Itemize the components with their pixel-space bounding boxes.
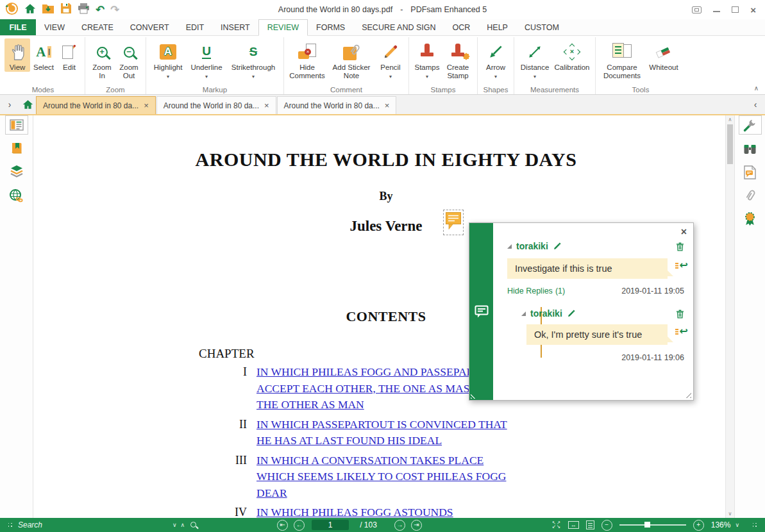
dropdown-arrow-icon[interactable]	[252, 72, 255, 78]
zoom-in-button[interactable]: + Zoom In	[88, 38, 115, 80]
dropdown-arrow-icon[interactable]	[494, 72, 497, 78]
web-links-panel-icon[interactable]	[5, 186, 28, 205]
reply-icon[interactable]	[680, 326, 688, 337]
document-tab[interactable]: Around the World in 80 da...	[277, 96, 397, 114]
hide-replies-link[interactable]: Hide Replies(1)	[507, 287, 565, 295]
vertical-scrollbar[interactable]	[725, 115, 734, 518]
close-popup-icon[interactable]	[681, 227, 687, 237]
search-icon[interactable]	[190, 522, 196, 528]
calibration-button[interactable]: × Calibration	[552, 38, 592, 72]
pencil-button[interactable]: Pencil	[376, 38, 405, 78]
toc-link[interactable]: IN WHICH A CONVERSATION TAKES PLACE	[256, 453, 506, 469]
last-page-button[interactable]: ⇥	[411, 520, 422, 531]
comment-text-bubble[interactable]: Investigate if this is true	[507, 258, 668, 279]
scroll-up-icon[interactable]	[726, 117, 734, 122]
zoom-in-button[interactable]: +	[693, 520, 704, 531]
close-tab-icon[interactable]	[385, 101, 390, 110]
zoom-level[interactable]: 136%	[711, 520, 731, 529]
search-next-icon[interactable]: ∧	[181, 522, 185, 528]
close-tab-icon[interactable]	[144, 101, 149, 110]
resize-handle[interactable]	[685, 392, 691, 398]
arrow-button[interactable]: Arrow	[481, 38, 510, 78]
previous-page-button[interactable]: ←	[294, 520, 305, 531]
edit-reply-icon[interactable]	[567, 309, 576, 318]
comment-popup[interactable]: torakiki Investigate if this is true Hid…	[469, 222, 694, 401]
search-prev-icon[interactable]: ∨	[172, 522, 177, 528]
fullscreen-toggle-icon[interactable]	[692, 6, 702, 13]
dropdown-arrow-icon[interactable]	[389, 72, 392, 78]
page-number-input[interactable]	[312, 520, 349, 530]
import-icon[interactable]	[42, 3, 55, 17]
create-stamp-button[interactable]: Create Stamp	[442, 38, 474, 80]
menu-tab-review[interactable]: REVIEW	[258, 19, 308, 36]
view-mode-button[interactable]: View	[4, 38, 30, 72]
right-panel-expand-icon[interactable]	[746, 95, 765, 114]
left-panel-expand-icon[interactable]	[0, 95, 19, 114]
next-page-button[interactable]: →	[394, 520, 405, 531]
strikethrough-button[interactable]: S Strikethrough	[226, 38, 280, 78]
menu-tab-help[interactable]: HELP	[478, 19, 516, 35]
comments-panel-icon[interactable]	[739, 163, 762, 182]
signatures-panel-icon[interactable]	[739, 209, 762, 228]
toc-link[interactable]: IN WHICH PHILEAS FOGG ASTOUNDS	[256, 504, 453, 518]
first-page-button[interactable]: ⇤	[277, 520, 288, 531]
menu-tab-convert[interactable]: CONVERT	[122, 19, 178, 35]
zoom-out-button[interactable]: −	[601, 520, 612, 531]
hide-comments-button[interactable]: Hide Comments	[287, 38, 327, 80]
print-icon[interactable]	[78, 3, 90, 17]
undo-icon[interactable]	[96, 3, 105, 17]
menu-tab-ocr[interactable]: OCR	[444, 19, 479, 35]
menu-tab-view[interactable]: VIEW	[36, 19, 73, 35]
zoom-slider[interactable]	[619, 524, 686, 526]
home-icon[interactable]	[24, 3, 36, 17]
close-window-button[interactable]	[750, 5, 756, 15]
save-icon[interactable]	[60, 3, 72, 17]
maximize-button[interactable]	[732, 6, 739, 13]
toc-link[interactable]: DEAR	[256, 485, 506, 502]
page-thumbnails-panel-icon[interactable]	[5, 115, 28, 135]
tools-panel-icon[interactable]	[739, 115, 762, 135]
dropdown-arrow-icon[interactable]	[426, 72, 428, 78]
search-input[interactable]	[17, 520, 171, 530]
collapse-triangle-icon[interactable]	[521, 312, 526, 316]
minimize-button[interactable]	[713, 11, 720, 12]
toolbar-grip[interactable]	[752, 522, 757, 528]
dropdown-arrow-icon[interactable]	[167, 72, 169, 78]
zoom-out-button[interactable]: − Zoom Out	[115, 38, 142, 80]
highlight-button[interactable]: A Highlight	[149, 38, 187, 78]
stamps-button[interactable]: Stamps	[412, 38, 442, 78]
whiteout-button[interactable]: Whiteout	[645, 38, 682, 72]
dropdown-arrow-icon[interactable]	[534, 72, 536, 78]
menu-tab-insert[interactable]: INSERT	[212, 19, 258, 35]
document-viewport[interactable]: AROUND THE WORLD IN EIGHTY DAYS By Jules…	[33, 115, 734, 518]
ribbon-collapse-button[interactable]	[754, 85, 759, 92]
edit-mode-button[interactable]: Edit	[57, 38, 81, 72]
zoom-level-dropdown-icon[interactable]: ∨	[735, 522, 739, 528]
document-tab[interactable]: Around the World in 80 da...	[156, 96, 276, 114]
redo-icon[interactable]	[110, 3, 119, 17]
menu-tab-file[interactable]: FILE	[0, 19, 36, 35]
toc-link[interactable]: ACCEPT EACH OTHER, THE ONE AS MASTER,	[256, 381, 503, 397]
dropdown-arrow-icon[interactable]	[205, 72, 208, 78]
toc-link[interactable]: IN WHICH PASSEPARTOUT IS CONVINCED THAT	[256, 417, 507, 433]
fullscreen-icon[interactable]: ↖↗↙↘	[552, 521, 561, 529]
document-tab[interactable]: Around the World in 80 da...	[36, 96, 156, 114]
scroll-down-icon[interactable]	[726, 511, 734, 517]
toc-link[interactable]: IN WHICH PHILEAS FOGG AND PASSEPARTOUT	[256, 364, 503, 381]
reply-icon[interactable]	[680, 260, 688, 270]
reply-text-bubble[interactable]: Ok, I'm pretty sure it's true	[526, 324, 668, 345]
distance-button[interactable]: Distance	[517, 38, 552, 78]
toolbar-grip[interactable]	[8, 522, 13, 528]
toc-link[interactable]: HE HAS AT LAST FOUND HIS IDEAL	[256, 433, 507, 449]
attachments-panel-icon[interactable]	[739, 186, 762, 205]
fit-page-icon[interactable]	[586, 520, 594, 529]
menu-tab-custom[interactable]: CUSTOM	[516, 19, 567, 35]
resize-handle[interactable]	[471, 393, 476, 399]
delete-reply-icon[interactable]	[676, 309, 684, 319]
menu-tab-create[interactable]: CREATE	[73, 19, 122, 35]
layers-panel-icon[interactable]	[5, 162, 28, 181]
fit-width-icon[interactable]: ↔	[568, 521, 579, 529]
underline-button[interactable]: U Underline	[187, 38, 226, 78]
add-sticker-note-button[interactable]: Add Sticker Note	[327, 38, 376, 80]
bookmarks-panel-icon[interactable]	[5, 138, 28, 158]
